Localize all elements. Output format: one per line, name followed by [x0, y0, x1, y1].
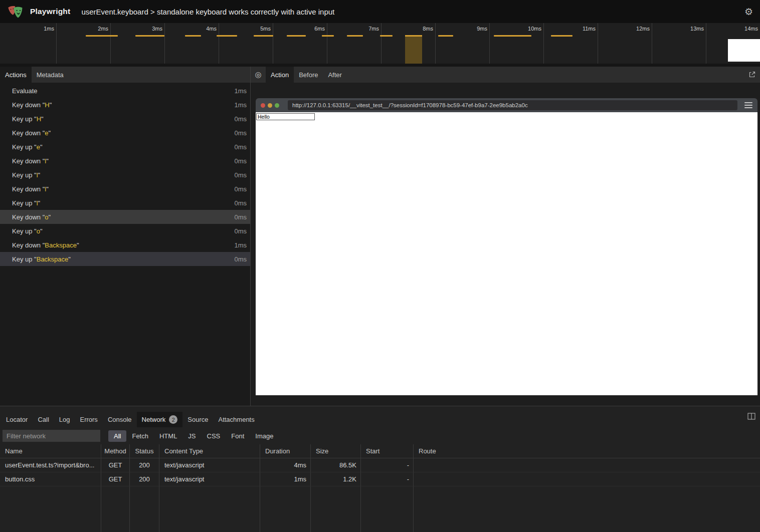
action-title: Key down "Backspace" — [12, 241, 79, 249]
filter-chip-html[interactable]: HTML — [154, 430, 182, 442]
timeline-tick-label: 8ms — [403, 26, 433, 32]
details-panel: LocatorCallLogErrorsConsoleNetwork2Sourc… — [0, 406, 760, 532]
action-duration: 0ms — [234, 115, 247, 123]
net-cell-route[interactable] — [414, 472, 760, 486]
action-duration: 1ms — [234, 101, 247, 109]
timeline-tick-label: 9ms — [457, 26, 487, 32]
address-bar: http://127.0.0.1:63315/__vitest_test__/?… — [288, 100, 737, 110]
net-cell-size[interactable]: 86.5K — [311, 458, 361, 472]
actions-panel: ActionsMetadata Evaluate1msKey down "H"1… — [0, 67, 251, 406]
tab-console[interactable]: Console — [103, 412, 137, 427]
timeline-selected-range — [405, 35, 422, 64]
tab-errors[interactable]: Errors — [75, 412, 102, 427]
network-filter-row: AllFetchHTMLJSCSSFontImage — [0, 427, 760, 444]
action-title: Key down "H" — [12, 101, 52, 109]
filmstrip-frame[interactable] — [728, 39, 760, 62]
filter-chip-font[interactable]: Font — [226, 430, 250, 442]
timeline-tick-label: 10ms — [511, 26, 541, 32]
timeline-gridline — [273, 23, 273, 64]
app-title: Playwright — [30, 7, 70, 16]
tab-locator[interactable]: Locator — [1, 412, 33, 427]
action-row[interactable]: Key down "l"0ms — [0, 154, 250, 168]
filter-chip-js[interactable]: JS — [182, 430, 201, 442]
action-row[interactable]: Key down "o"0ms — [0, 210, 250, 224]
timeline-action-bar — [185, 35, 201, 37]
column-header-name[interactable]: Name — [0, 444, 101, 458]
net-cell-method[interactable]: GET — [101, 472, 130, 486]
net-cell-start[interactable]: - — [361, 472, 414, 486]
net-cell-route[interactable] — [414, 458, 760, 472]
tab-log[interactable]: Log — [54, 412, 75, 427]
tab-after[interactable]: After — [323, 67, 346, 83]
timeline-gridline — [327, 23, 327, 64]
timeline-tick-label: 13ms — [674, 26, 704, 32]
column-header-duration[interactable]: Duration — [260, 444, 311, 458]
tab-metadata[interactable]: Metadata — [32, 67, 69, 83]
timeline-action-bar — [254, 35, 273, 37]
settings-gear-icon[interactable]: ⚙ — [744, 7, 753, 17]
table-filler — [101, 486, 130, 532]
main-split: ActionsMetadata Evaluate1msKey down "H"1… — [0, 67, 760, 406]
timeline-action-bar — [217, 35, 237, 37]
timeline[interactable]: 1ms2ms3ms4ms5ms6ms7ms8ms9ms10ms11ms12ms1… — [0, 23, 760, 67]
split-view-icon[interactable] — [747, 413, 755, 421]
table-filler — [361, 486, 414, 532]
column-header-size[interactable]: Size — [311, 444, 361, 458]
browser-menu-icon[interactable] — [744, 102, 752, 108]
net-cell-start[interactable]: - — [361, 458, 414, 472]
net-cell-method[interactable]: GET — [101, 458, 130, 472]
page-snapshot — [256, 112, 757, 395]
net-cell-duration[interactable]: 4ms — [260, 458, 311, 472]
action-row[interactable]: Key down "H"1ms — [0, 98, 250, 112]
filter-chip-image[interactable]: Image — [250, 430, 279, 442]
net-cell-content-type[interactable]: text/javascript — [159, 458, 260, 472]
action-key: o — [37, 227, 40, 235]
network-filter-input[interactable] — [3, 430, 100, 442]
action-row[interactable]: Key down "e"0ms — [0, 126, 250, 140]
timeline-gridline — [219, 23, 219, 64]
filter-chip-css[interactable]: CSS — [202, 430, 226, 442]
action-duration: 0ms — [234, 185, 247, 193]
tab-source[interactable]: Source — [182, 412, 213, 427]
net-cell-content-type[interactable]: text/javascript — [159, 472, 260, 486]
action-row[interactable]: Key up "l"0ms — [0, 196, 250, 210]
action-row[interactable]: Key up "o"0ms — [0, 224, 250, 238]
net-cell-duration[interactable]: 1ms — [260, 472, 311, 486]
page-text-input[interactable] — [256, 113, 315, 120]
action-row[interactable]: Key up "l"0ms — [0, 168, 250, 182]
timeline-gridline — [110, 23, 111, 64]
tab-call[interactable]: Call — [33, 412, 54, 427]
timeline-action-bar — [86, 35, 118, 37]
net-cell-status[interactable]: 200 — [130, 472, 159, 486]
net-cell-size[interactable]: 1.2K — [311, 472, 361, 486]
open-external-icon[interactable] — [748, 71, 755, 80]
action-row[interactable]: Key down "Backspace"1ms — [0, 238, 250, 252]
tab-actions[interactable]: Actions — [0, 67, 32, 83]
filter-chip-all[interactable]: All — [108, 430, 126, 442]
pick-locator-icon[interactable]: ◎ — [251, 67, 266, 83]
net-cell-name[interactable]: userEvent.test.ts?import&bro... — [0, 458, 101, 472]
table-filler — [260, 486, 311, 532]
action-row[interactable]: Key up "e"0ms — [0, 140, 250, 154]
action-key: l — [37, 199, 38, 207]
action-row[interactable]: Key down "l"0ms — [0, 182, 250, 196]
tab-action[interactable]: Action — [266, 67, 294, 83]
action-row[interactable]: Key up "H"0ms — [0, 112, 250, 126]
action-key: Backspace — [45, 241, 77, 249]
column-header-start[interactable]: Start — [361, 444, 414, 458]
tab-before[interactable]: Before — [294, 67, 323, 83]
page-url: http://127.0.0.1:63315/__vitest_test__/?… — [292, 102, 528, 108]
filter-chip-fetch[interactable]: Fetch — [126, 430, 154, 442]
action-title: Evaluate — [12, 87, 38, 95]
tab-network[interactable]: Network2 — [137, 412, 183, 427]
net-cell-name[interactable]: button.css — [0, 472, 101, 486]
net-cell-status[interactable]: 200 — [130, 458, 159, 472]
column-header-method[interactable]: Method — [101, 444, 130, 458]
action-row[interactable]: Key up "Backspace"0ms — [0, 252, 250, 266]
column-header-route[interactable]: Route — [414, 444, 760, 458]
table-filler — [159, 486, 260, 532]
column-header-content-type[interactable]: Content Type — [159, 444, 260, 458]
column-header-status[interactable]: Status — [130, 444, 159, 458]
action-row[interactable]: Evaluate1ms — [0, 84, 250, 98]
tab-attachments[interactable]: Attachments — [213, 412, 259, 427]
